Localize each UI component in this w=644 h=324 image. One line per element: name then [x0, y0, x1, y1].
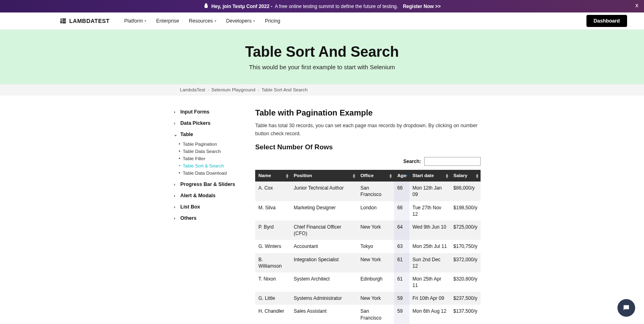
page-subtitle: This would be your first example to star…: [0, 64, 644, 70]
table-row: P. ByrdChief Financial Officer (CFO)New …: [255, 221, 481, 240]
sidebar-group-list-box[interactable]: ›List Box: [174, 203, 239, 210]
sidebar-group-alert-modals[interactable]: ›Alert & Modals: [174, 192, 239, 199]
cell-age: 66: [394, 201, 409, 221]
cell-start: Mon 25th Jul 11: [409, 240, 450, 253]
sidebar-item-table-sort-search[interactable]: Table Sort & Search: [179, 162, 239, 169]
sidebar-group-table[interactable]: ⌄Table: [174, 131, 239, 138]
rows-heading: Select Number Of Rows: [255, 143, 481, 151]
hand-icon: [203, 3, 209, 10]
sidebar-group-input-forms[interactable]: ›Input Forms: [174, 108, 239, 116]
cell-salary: $320,800/y: [450, 272, 481, 292]
chat-icon: [622, 304, 630, 312]
cell-position: Systems Administrator: [291, 292, 357, 305]
column-header-name[interactable]: Name▴▾: [255, 170, 291, 182]
chevron-down-icon: ▾: [144, 19, 147, 23]
sidebar-item-table-data-search[interactable]: Table Data Search: [179, 148, 239, 155]
cell-salary: $198,500/y: [450, 201, 481, 221]
chevron-right-icon: ›: [208, 88, 209, 92]
cell-age: 64: [394, 221, 409, 240]
sidebar-item-table-pagination[interactable]: Table Pagination: [179, 140, 239, 148]
chevron-right-icon: ›: [174, 205, 178, 209]
sort-icon: ▴▾: [353, 173, 355, 178]
column-header-office[interactable]: Office▴▾: [357, 170, 394, 182]
nav-enterprise[interactable]: Enterprise: [156, 18, 179, 24]
table-row: G. WintersAccountantTokyo63Mon 25th Jul …: [255, 240, 481, 253]
table-row: A. CoxJunior Technical AuthorSan Francis…: [255, 182, 481, 201]
logo-icon: [60, 17, 67, 25]
content: Table with Pagination Example Table has …: [255, 108, 481, 324]
nav-platform[interactable]: Platform▾: [124, 18, 147, 24]
cell-name: A. Cox: [255, 182, 291, 201]
breadcrumb-home[interactable]: LambdaTest: [180, 87, 205, 92]
cell-age: 61: [394, 272, 409, 292]
sidebar-group-data-pickers[interactable]: ›Data Pickers: [174, 120, 239, 127]
chevron-down-icon: ⌄: [174, 132, 178, 137]
search-input[interactable]: [424, 157, 481, 166]
cell-start: Wed 9th Jun 10: [409, 221, 450, 240]
announcement-prefix: Hey, join Testμ Conf 2022 -: [211, 4, 272, 9]
cell-position: Integration Specialist: [291, 253, 357, 272]
cell-age: 61: [394, 253, 409, 272]
column-header-position[interactable]: Position▴▾: [291, 170, 357, 182]
chevron-down-icon: ▾: [215, 19, 217, 23]
sidebar-group-others[interactable]: ›Others: [174, 215, 239, 222]
sidebar-group-label: List Box: [180, 204, 200, 210]
sidebar-item-table-filter[interactable]: Table Filter: [179, 155, 239, 162]
cell-office: New York: [357, 221, 394, 240]
sidebar-group-label: Others: [180, 215, 196, 221]
nav-developers[interactable]: Developers▾: [226, 18, 255, 24]
chevron-right-icon: ›: [174, 182, 178, 187]
cell-name: G. Winters: [255, 240, 291, 253]
cell-start: Fri 10th Apr 09: [409, 292, 450, 305]
sidebar-group-label: Data Pickers: [180, 120, 211, 126]
breadcrumb-parent[interactable]: Selenium Playground: [211, 87, 255, 92]
cell-position: Chief Financial Officer (CFO): [291, 221, 357, 240]
search-label: Search:: [403, 159, 421, 164]
chat-widget[interactable]: [617, 299, 635, 317]
cell-name: T. Nixon: [255, 272, 291, 292]
cell-position: System Architect: [291, 272, 357, 292]
cell-position: Sales Assistant: [291, 305, 357, 324]
page-title: Table Sort And Search: [0, 43, 644, 60]
nav-resources[interactable]: Resources▾: [189, 18, 217, 24]
sidebar: ›Input Forms›Data Pickers⌄TableTable Pag…: [174, 108, 239, 324]
sidebar-item-table-data-download[interactable]: Table Data Download: [179, 169, 239, 177]
sidebar-group-progress-bar-sliders[interactable]: ›Progress Bar & Sliders: [174, 181, 239, 188]
cell-office: Tokyo: [357, 240, 394, 253]
dashboard-button[interactable]: Dashboard: [586, 15, 627, 27]
cell-position: Marketing Designer: [291, 201, 357, 221]
cell-office: New York: [357, 292, 394, 305]
sort-icon: ▴▾: [476, 173, 478, 178]
chevron-right-icon: ›: [258, 88, 259, 92]
cell-name: H. Chandler: [255, 305, 291, 324]
cell-office: San Francisco: [357, 182, 394, 201]
chevron-right-icon: ›: [174, 110, 178, 114]
cell-age: 66: [394, 182, 409, 201]
hero: Table Sort And Search This would be your…: [0, 30, 644, 84]
cell-name: G. Little: [255, 292, 291, 305]
cell-salary: $725,000/y: [450, 221, 481, 240]
cell-name: P. Byrd: [255, 221, 291, 240]
cell-age: 59: [394, 292, 409, 305]
column-header-salary[interactable]: Salary▴▾: [450, 170, 481, 182]
cell-salary: $170,750/y: [450, 240, 481, 253]
cell-name: M. Silva: [255, 201, 291, 221]
cell-position: Accountant: [291, 240, 357, 253]
sort-icon: ▴▾: [446, 173, 448, 178]
announcement-cta[interactable]: Register Now >>: [403, 4, 441, 9]
logo[interactable]: LAMBDATEST: [60, 17, 109, 25]
cell-start: Mon 6th Aug 12: [409, 305, 450, 324]
nav-pricing[interactable]: Pricing: [265, 18, 280, 24]
announcement-close[interactable]: x: [636, 2, 639, 8]
cell-age: 59: [394, 305, 409, 324]
column-header-age[interactable]: Age▾: [394, 170, 409, 182]
table-row: M. SilvaMarketing DesignerLondon66Tue 27…: [255, 201, 481, 221]
sort-icon: ▴▾: [286, 173, 288, 178]
cell-salary: $86,000/y: [450, 182, 481, 201]
cell-office: London: [357, 201, 394, 221]
table-row: B. WilliamsonIntegration SpecialistNew Y…: [255, 253, 481, 272]
column-header-start-date[interactable]: Start date▴▾: [409, 170, 450, 182]
cell-name: B. Williamson: [255, 253, 291, 272]
sort-icon: ▴▾: [390, 173, 392, 178]
breadcrumb-current: Table Sort And Search: [262, 87, 308, 92]
